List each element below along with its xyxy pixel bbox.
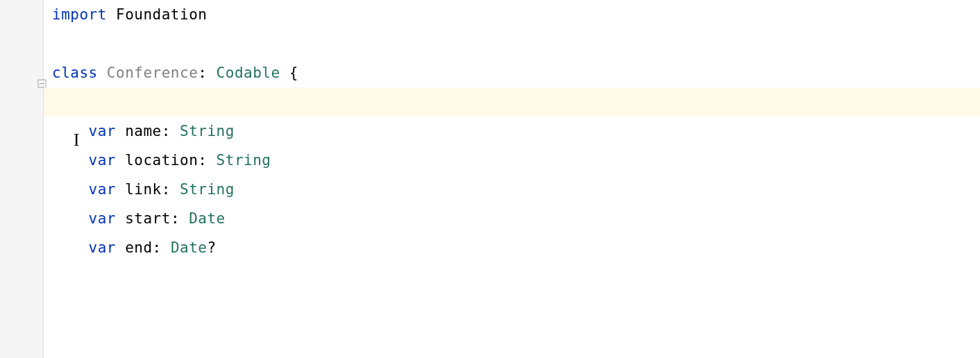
var-name: name (116, 123, 162, 139)
type-name: String (180, 123, 235, 139)
keyword-var: var (89, 152, 116, 169)
indent (52, 152, 89, 169)
colon: : (198, 152, 216, 169)
keyword-class: class (52, 65, 98, 81)
editor-gutter (0, 0, 44, 358)
indent (52, 123, 89, 139)
code-line-current (44, 87, 980, 117)
var-name: end (116, 239, 153, 256)
code-line: var link: String (52, 175, 980, 204)
type-name: Date (171, 239, 208, 256)
keyword-var: var (89, 123, 116, 139)
colon: : (171, 210, 189, 227)
text-cursor-icon: I (74, 126, 79, 155)
var-name: start (116, 210, 171, 227)
type-name: String (217, 152, 271, 169)
colon: : (198, 65, 216, 81)
keyword-var: var (89, 210, 116, 227)
indent (52, 181, 89, 198)
keyword-var: var (89, 181, 116, 198)
code-line (52, 29, 980, 58)
indent (52, 210, 89, 227)
indent (52, 239, 89, 256)
colon: : (162, 181, 180, 198)
code-line: class Conference: Codable { (52, 58, 980, 87)
colon: : (162, 123, 180, 139)
protocol-name: Codable (217, 65, 280, 81)
class-name: Conference (98, 65, 198, 81)
code-editor[interactable]: import Foundation class Conference: Coda… (44, 0, 980, 358)
code-line: var end: Date? (52, 233, 980, 262)
optional-marker: ? (207, 239, 216, 256)
code-line: var location: String (52, 146, 980, 175)
module-name: Foundation (107, 6, 208, 23)
keyword-import: import (52, 6, 107, 23)
var-name: location (116, 152, 198, 169)
code-line: var start: Date (52, 204, 980, 233)
keyword-var: var (89, 239, 116, 256)
code-line: import Foundation (52, 0, 980, 29)
brace: { (280, 65, 298, 81)
code-line: var name: String (52, 117, 980, 146)
type-name: Date (189, 210, 226, 227)
var-name: link (116, 181, 162, 198)
type-name: String (180, 181, 235, 198)
colon: : (153, 239, 171, 256)
